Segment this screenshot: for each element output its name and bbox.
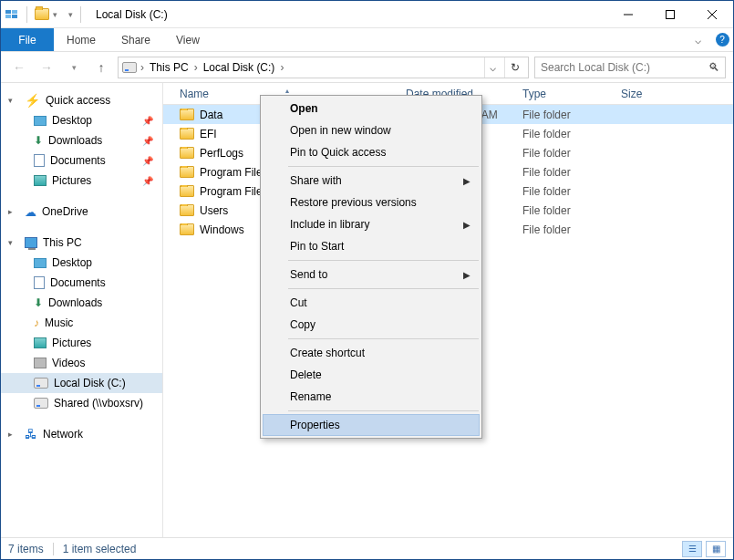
sidebar-item-music[interactable]: ♪Music	[1, 313, 162, 333]
file-name: Program Files	[200, 166, 268, 179]
desktop-icon	[34, 116, 47, 126]
sidebar-quick-access[interactable]: ▾ ⚡ Quick access	[1, 90, 162, 110]
ribbon-expand-icon[interactable]: ⌵	[684, 28, 711, 51]
pin-icon: 📌	[142, 156, 153, 166]
submenu-arrow-icon: ▶	[463, 220, 470, 230]
expand-icon[interactable]: ▸	[8, 207, 19, 216]
menu-cut[interactable]: Cut	[263, 292, 480, 314]
folder-icon	[180, 109, 194, 120]
context-menu: Open Open in new window Pin to Quick acc…	[260, 95, 482, 439]
menu-rename[interactable]: Rename	[263, 386, 480, 408]
breadcrumb-current[interactable]: Local Disk (C:)	[202, 61, 277, 74]
sidebar-item-pictures[interactable]: Pictures	[1, 333, 162, 353]
sidebar-item-downloads[interactable]: ⬇Downloads📌	[1, 130, 162, 150]
folder-icon	[180, 128, 194, 140]
file-list: ▴Name Date modified Type Size Data5/14/2…	[163, 83, 733, 537]
menu-share-with[interactable]: Share with▶	[263, 170, 480, 192]
pc-icon	[25, 237, 37, 248]
menu-delete[interactable]: Delete	[263, 364, 480, 386]
pictures-icon	[34, 175, 47, 186]
close-button[interactable]	[691, 1, 733, 27]
svg-rect-1	[12, 10, 17, 14]
column-size[interactable]: Size	[615, 88, 688, 100]
sidebar-item-documents[interactable]: Documents📌	[1, 150, 162, 171]
folder-icon	[180, 204, 194, 216]
file-name: PerfLogs	[200, 147, 243, 160]
search-input[interactable]: Search Local Disk (C:) 🔍︎	[534, 57, 726, 78]
maximize-button[interactable]	[649, 1, 691, 27]
submenu-arrow-icon: ▶	[463, 270, 470, 280]
view-tab[interactable]: View	[163, 28, 212, 51]
menu-send-to[interactable]: Send to▶	[263, 264, 480, 285]
sidebar-item-pictures[interactable]: Pictures📌	[1, 171, 162, 191]
music-icon: ♪	[34, 316, 39, 329]
up-button[interactable]: ↑	[90, 57, 112, 78]
file-type: File folder	[517, 147, 615, 160]
address-bar: ← → ▾ ↑ › This PC › Local Disk (C:) › ⌵ …	[1, 52, 733, 83]
pin-icon: 📌	[142, 116, 153, 126]
file-type: File folder	[517, 128, 615, 140]
quick-access-icon: ⚡	[25, 93, 40, 108]
menu-pin-start[interactable]: Pin to Start	[263, 235, 480, 257]
menu-properties[interactable]: Properties	[263, 414, 480, 436]
sidebar-item-desktop[interactable]: Desktop	[1, 253, 162, 273]
share-tab[interactable]: Share	[109, 28, 163, 51]
sidebar-network[interactable]: ▸🖧Network	[1, 424, 162, 444]
expand-icon[interactable]: ▸	[8, 430, 19, 439]
menu-pin-quick-access[interactable]: Pin to Quick access	[263, 141, 480, 163]
pin-icon: 📌	[142, 136, 153, 146]
qat-overflow-icon[interactable]: ▾	[68, 10, 73, 19]
menu-open-new-window[interactable]: Open in new window	[263, 119, 480, 141]
sidebar-item-desktop[interactable]: Desktop📌	[1, 110, 162, 130]
downloads-icon: ⬇	[34, 296, 43, 309]
sidebar-item-local-disk[interactable]: Local Disk (C:)	[1, 373, 162, 393]
sidebar-item-documents[interactable]: Documents	[1, 273, 162, 293]
minimize-button[interactable]	[607, 1, 649, 27]
refresh-button[interactable]: ↻	[504, 57, 524, 78]
folder-qat-icon[interactable]	[35, 7, 49, 22]
downloads-icon: ⬇	[34, 134, 43, 147]
help-button[interactable]: ?	[711, 28, 733, 51]
sort-asc-icon: ▴	[285, 87, 289, 95]
sidebar-item-downloads[interactable]: ⬇Downloads	[1, 293, 162, 313]
file-name: Program Files	[200, 185, 268, 198]
collapse-icon[interactable]: ▾	[8, 96, 19, 105]
menu-create-shortcut[interactable]: Create shortcut	[263, 342, 480, 364]
breadcrumb[interactable]: › This PC › Local Disk (C:) › ⌵ ↻	[118, 57, 529, 78]
file-type: File folder	[517, 166, 615, 179]
view-details-button[interactable]: ☰	[682, 541, 702, 557]
home-tab[interactable]: Home	[54, 28, 109, 51]
folder-icon	[180, 166, 194, 178]
pin-icon: 📌	[142, 176, 153, 186]
sidebar-onedrive[interactable]: ▸☁OneDrive	[1, 202, 162, 222]
submenu-arrow-icon: ▶	[463, 176, 470, 186]
menu-restore-versions[interactable]: Restore previous versions	[263, 192, 480, 213]
search-icon: 🔍︎	[708, 61, 719, 74]
recent-locations-button[interactable]: ▾	[63, 57, 85, 78]
back-button[interactable]: ←	[8, 57, 30, 78]
app-icon	[5, 7, 19, 22]
videos-icon	[34, 358, 47, 368]
sidebar-this-pc[interactable]: ▾This PC	[1, 233, 162, 253]
file-type: File folder	[517, 204, 615, 217]
chevron-right-icon[interactable]: ›	[194, 61, 198, 74]
file-type: File folder	[517, 185, 615, 198]
chevron-right-icon[interactable]: ›	[140, 61, 144, 74]
documents-icon	[34, 154, 45, 167]
chevron-right-icon[interactable]: ›	[280, 61, 284, 74]
address-dropdown-icon[interactable]: ⌵	[484, 57, 501, 78]
menu-open[interactable]: Open	[263, 98, 480, 119]
sidebar-item-shared[interactable]: Shared (\\vboxsrv)	[1, 393, 162, 413]
menu-include-library[interactable]: Include in library▶	[263, 213, 480, 235]
qat-dropdown-icon[interactable]: ▾	[53, 10, 57, 19]
column-type[interactable]: Type	[517, 88, 615, 100]
breadcrumb-root[interactable]: This PC	[148, 61, 191, 74]
collapse-icon[interactable]: ▾	[8, 238, 19, 247]
menu-copy[interactable]: Copy	[263, 314, 480, 336]
view-large-icons-button[interactable]: ▦	[706, 541, 726, 557]
forward-button[interactable]: →	[36, 57, 57, 78]
sidebar-item-videos[interactable]: Videos	[1, 353, 162, 373]
file-name: Windows	[200, 223, 244, 236]
status-item-count: 7 items	[8, 543, 44, 555]
file-tab[interactable]: File	[1, 28, 54, 51]
